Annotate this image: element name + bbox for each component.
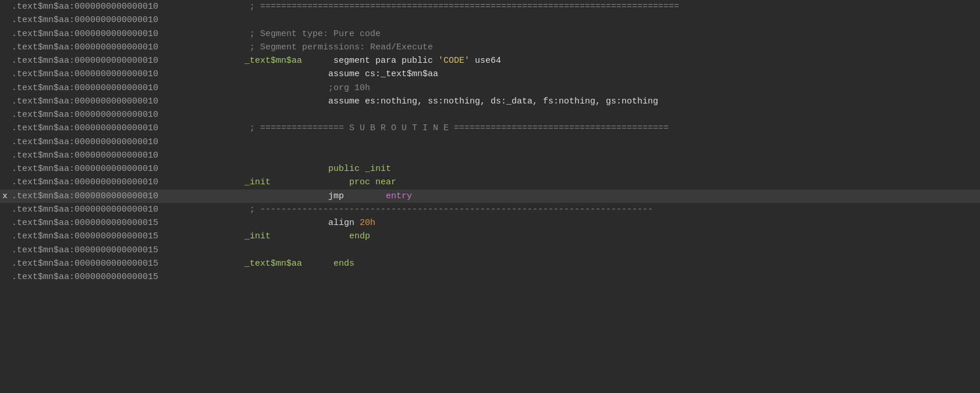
code-token: assume es:nothing, ss:nothing, ds:_data,… bbox=[244, 97, 658, 106]
code-token: ends bbox=[333, 259, 354, 269]
code-token: endp bbox=[349, 231, 370, 241]
code-line: .text$mn$aa:0000000000000010 bbox=[0, 13, 980, 27]
arrow-indicator bbox=[2, 0, 12, 13]
code-token: ;org 10h bbox=[244, 83, 370, 93]
arrow-indicator: x bbox=[2, 190, 12, 203]
code-token: entry bbox=[386, 191, 412, 201]
arrow-indicator bbox=[2, 230, 12, 243]
arrow-indicator bbox=[2, 41, 12, 54]
code-line: .text$mn$aa:0000000000000010 assume cs:_… bbox=[0, 67, 980, 81]
code-address: .text$mn$aa:0000000000000010 bbox=[12, 149, 244, 162]
code-address: .text$mn$aa:0000000000000015 bbox=[12, 257, 244, 270]
code-token: _init bbox=[244, 177, 271, 187]
code-address: .text$mn$aa:0000000000000010 bbox=[12, 13, 244, 27]
code-content: ;org 10h bbox=[244, 81, 370, 95]
code-line: .text$mn$aa:0000000000000015 align 20h bbox=[0, 216, 980, 230]
arrow-indicator bbox=[2, 270, 12, 284]
code-address: .text$mn$aa:0000000000000010 bbox=[12, 108, 244, 122]
arrow-indicator bbox=[2, 95, 12, 108]
arrow-indicator bbox=[2, 81, 12, 95]
code-token: public _init bbox=[328, 164, 391, 174]
code-content: ; ================ S U B R O U T I N E =… bbox=[244, 122, 669, 135]
code-line: .text$mn$aa:0000000000000010 ;org 10h bbox=[0, 81, 980, 95]
code-token bbox=[271, 231, 349, 241]
arrow-indicator bbox=[2, 244, 12, 257]
code-token bbox=[344, 191, 386, 201]
code-address: .text$mn$aa:0000000000000010 bbox=[12, 95, 244, 108]
code-address: .text$mn$aa:0000000000000010 bbox=[12, 162, 244, 176]
code-token: jmp bbox=[328, 191, 344, 201]
code-line: .text$mn$aa:0000000000000010 public _ini… bbox=[0, 162, 980, 176]
code-address: .text$mn$aa:0000000000000010 bbox=[12, 0, 244, 13]
code-line: .text$mn$aa:0000000000000010_init proc n… bbox=[0, 176, 980, 189]
arrow-indicator bbox=[2, 27, 12, 41]
code-address: .text$mn$aa:0000000000000010 bbox=[12, 27, 244, 41]
code-token bbox=[302, 259, 333, 269]
code-token: ; Segment permissions: Read/Execute bbox=[244, 42, 433, 52]
arrow-indicator bbox=[2, 176, 12, 189]
code-line: .text$mn$aa:0000000000000010_text$mn$aa … bbox=[0, 54, 980, 67]
code-content: _init proc near bbox=[244, 176, 396, 189]
arrow-indicator bbox=[2, 135, 12, 149]
code-token bbox=[244, 164, 328, 174]
code-token: _text$mn$aa bbox=[244, 56, 302, 66]
code-address: .text$mn$aa:0000000000000010 bbox=[12, 41, 244, 54]
arrow-indicator bbox=[2, 257, 12, 270]
code-token bbox=[244, 191, 328, 201]
code-line: .text$mn$aa:0000000000000010 ; =========… bbox=[0, 122, 980, 135]
code-content: ; --------------------------------------… bbox=[244, 203, 653, 216]
arrow-indicator bbox=[2, 67, 12, 81]
code-line: .text$mn$aa:0000000000000010 ; ---------… bbox=[0, 203, 980, 216]
code-line: .text$mn$aa:0000000000000015_text$mn$aa … bbox=[0, 257, 980, 270]
arrow-indicator bbox=[2, 149, 12, 162]
code-line: .text$mn$aa:0000000000000010 ; Segment t… bbox=[0, 27, 980, 41]
code-line: .text$mn$aa:0000000000000010 bbox=[0, 149, 980, 162]
code-token: 'CODE' bbox=[438, 56, 470, 66]
code-address: .text$mn$aa:0000000000000010 bbox=[12, 54, 244, 67]
code-line: .text$mn$aa:0000000000000010 assume es:n… bbox=[0, 95, 980, 108]
code-content: jmp entry bbox=[244, 190, 412, 203]
code-token: ; --------------------------------------… bbox=[244, 205, 653, 215]
code-token: assume cs:_text$mn$aa bbox=[244, 69, 438, 79]
code-content: ; Segment type: Pure code bbox=[244, 27, 381, 41]
code-line: .text$mn$aa:0000000000000010 bbox=[0, 108, 980, 122]
code-address: .text$mn$aa:0000000000000010 bbox=[12, 190, 244, 203]
code-address: .text$mn$aa:0000000000000010 bbox=[12, 81, 244, 95]
arrow-indicator bbox=[2, 203, 12, 216]
code-view: .text$mn$aa:0000000000000010 ; =========… bbox=[0, 0, 980, 393]
code-address: .text$mn$aa:0000000000000015 bbox=[12, 270, 244, 284]
code-content: assume es:nothing, ss:nothing, ds:_data,… bbox=[244, 95, 658, 108]
code-token: _init bbox=[244, 231, 271, 241]
arrow-indicator bbox=[2, 122, 12, 135]
code-address: .text$mn$aa:0000000000000010 bbox=[12, 176, 244, 189]
code-line: .text$mn$aa:0000000000000015 bbox=[0, 244, 980, 257]
lines-container: .text$mn$aa:0000000000000010 ; =========… bbox=[0, 0, 980, 284]
code-line: .text$mn$aa:0000000000000010 bbox=[0, 135, 980, 149]
arrow-indicator bbox=[2, 108, 12, 122]
code-content: ; Segment permissions: Read/Execute bbox=[244, 41, 433, 54]
code-token bbox=[244, 218, 328, 228]
code-line: .text$mn$aa:0000000000000015 bbox=[0, 270, 980, 284]
code-content: ; ======================================… bbox=[244, 0, 679, 13]
code-address: .text$mn$aa:0000000000000015 bbox=[12, 230, 244, 243]
arrow-indicator bbox=[2, 54, 12, 67]
code-token: proc near bbox=[349, 177, 396, 187]
code-token: segment para public bbox=[302, 56, 438, 66]
code-content: assume cs:_text$mn$aa bbox=[244, 67, 438, 81]
code-token: align bbox=[328, 218, 360, 228]
code-content: align 20h bbox=[244, 216, 375, 230]
code-token: use64 bbox=[470, 56, 501, 66]
code-token: 20h bbox=[360, 218, 375, 228]
code-address: .text$mn$aa:0000000000000010 bbox=[12, 135, 244, 149]
arrow-indicator bbox=[2, 13, 12, 27]
code-line: .text$mn$aa:0000000000000010 ; Segment p… bbox=[0, 41, 980, 54]
code-token: ; ================ S U B R O U T I N E =… bbox=[244, 123, 669, 133]
code-address: .text$mn$aa:0000000000000010 bbox=[12, 67, 244, 81]
code-address: .text$mn$aa:0000000000000010 bbox=[12, 203, 244, 216]
code-token: ; Segment type: Pure code bbox=[244, 29, 381, 39]
code-content: public _init bbox=[244, 162, 391, 176]
code-address: .text$mn$aa:0000000000000015 bbox=[12, 216, 244, 230]
code-address: .text$mn$aa:0000000000000010 bbox=[12, 122, 244, 135]
code-token: ; ======================================… bbox=[244, 2, 679, 12]
code-line: .text$mn$aa:0000000000000015_init endp bbox=[0, 230, 980, 243]
